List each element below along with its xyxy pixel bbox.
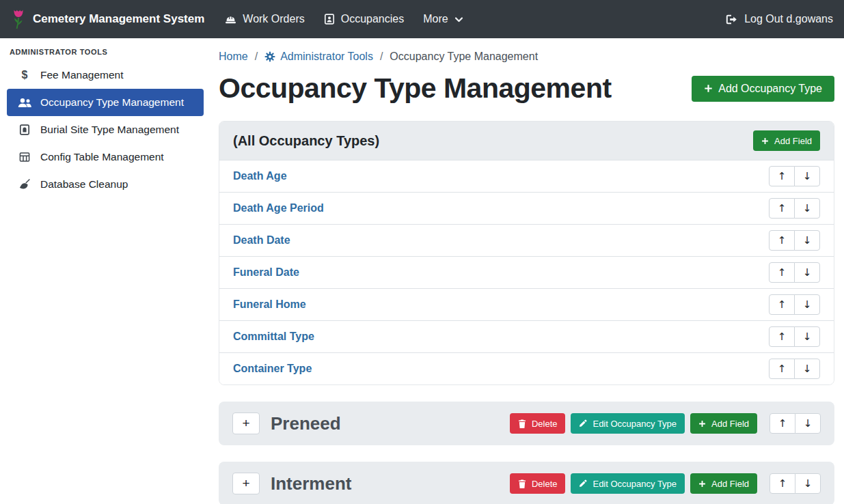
breadcrumb-admin-tools-link[interactable]: Administrator Tools: [264, 51, 373, 63]
section-interment: + Interment Delete: [219, 462, 834, 504]
edit-occupancy-type-label: Edit Occupancy Type: [593, 479, 677, 489]
sidebar-item-label: Fee Management: [40, 69, 124, 81]
breadcrumb-home-link[interactable]: Home: [219, 51, 248, 63]
breadcrumb: Home / Administrator Tools / Occupancy T…: [219, 38, 834, 66]
breadcrumb-current: Occupancy Type Management: [390, 51, 538, 63]
field-link-death-date[interactable]: Death Date: [233, 234, 290, 247]
move-down-button[interactable]: ↓: [794, 262, 820, 283]
pencil-icon: [579, 479, 587, 488]
move-up-button[interactable]: ↑: [770, 473, 795, 494]
plus-icon: [698, 420, 706, 428]
move-up-button[interactable]: ↑: [769, 262, 795, 283]
breadcrumb-separator: /: [380, 51, 383, 63]
page-title: Occupancy Type Management: [219, 72, 612, 104]
move-down-button[interactable]: ↓: [795, 473, 821, 494]
section-actions: Delete Edit Occupancy Type Add: [510, 473, 821, 494]
sidebar-item-occupancy-type-management[interactable]: Occupancy Type Management: [7, 89, 204, 116]
broom-icon: [18, 179, 31, 190]
all-occupancy-types-card: (All Occupancy Types) Add Field Death Ag…: [219, 121, 834, 385]
nav-work-orders[interactable]: Work Orders: [215, 8, 314, 31]
move-down-button[interactable]: ↓: [794, 294, 820, 315]
delete-button[interactable]: Delete: [510, 473, 566, 494]
nav-more-label: More: [423, 13, 448, 25]
move-up-button[interactable]: ↑: [769, 294, 795, 315]
section-title: Interment: [271, 471, 351, 496]
top-navbar: Cemetery Management System Work Orders: [0, 0, 844, 38]
add-field-button[interactable]: Add Field: [753, 130, 820, 151]
plus-icon: [698, 480, 706, 488]
field-link-funeral-date[interactable]: Funeral Date: [233, 266, 299, 279]
move-up-button[interactable]: ↑: [769, 166, 795, 186]
field-link-death-age-period[interactable]: Death Age Period: [233, 202, 324, 214]
app-brand[interactable]: Cemetery Management System: [11, 9, 204, 29]
field-row: Funeral Date ↑ ↓: [219, 256, 834, 288]
field-row: Death Age Period ↑ ↓: [219, 192, 834, 224]
reorder-buttons: ↑ ↓: [769, 230, 820, 251]
pencil-icon: [579, 419, 587, 428]
move-down-button[interactable]: ↓: [794, 230, 820, 251]
move-down-button[interactable]: ↓: [795, 413, 821, 434]
admin-tools-sidebar: ADMINISTRATOR TOOLS $ Fee Management Occ…: [0, 38, 210, 504]
move-up-button[interactable]: ↑: [769, 326, 795, 347]
delete-button[interactable]: Delete: [510, 413, 566, 434]
add-field-label: Add Field: [774, 136, 812, 146]
reorder-buttons: ↑ ↓: [769, 166, 820, 186]
nav-more-dropdown[interactable]: More: [413, 8, 472, 31]
section-actions: Delete Edit Occupancy Type Add: [510, 413, 821, 434]
sidebar-item-label: Config Table Management: [40, 151, 164, 163]
add-field-button[interactable]: Add Field: [690, 473, 757, 494]
reorder-buttons: ↑ ↓: [770, 473, 821, 494]
sidebar-item-label: Database Cleanup: [40, 178, 128, 191]
sidebar-item-burial-site-type-management[interactable]: Burial Site Type Management: [7, 116, 204, 143]
add-field-button[interactable]: Add Field: [690, 413, 757, 434]
table-icon: [18, 152, 31, 163]
add-field-label: Add Field: [711, 479, 749, 489]
add-field-label: Add Field: [711, 419, 749, 429]
app-title: Cemetery Management System: [33, 12, 204, 26]
add-occupancy-type-button[interactable]: Add Occupancy Type: [692, 76, 834, 102]
field-link-death-age[interactable]: Death Age: [233, 170, 287, 182]
sidebar-item-fee-management[interactable]: $ Fee Management: [7, 61, 204, 89]
move-down-button[interactable]: ↓: [794, 359, 820, 379]
main-content: Home / Administrator Tools / Occupancy T…: [219, 38, 834, 504]
section-preneed: + Preneed Delete: [219, 402, 834, 445]
sidebar-item-database-cleanup[interactable]: Database Cleanup: [7, 171, 204, 198]
edit-occupancy-type-label: Edit Occupancy Type: [593, 419, 677, 429]
logout-label: Log Out d.gowans: [744, 13, 833, 25]
field-link-container-type[interactable]: Container Type: [233, 363, 312, 375]
card-header: (All Occupancy Types) Add Field: [219, 122, 834, 160]
edit-occupancy-type-button[interactable]: Edit Occupancy Type: [571, 413, 685, 434]
logout-icon: [726, 14, 738, 25]
move-down-button[interactable]: ↓: [794, 326, 820, 347]
field-link-funeral-home[interactable]: Funeral Home: [233, 298, 306, 311]
page-header: Occupancy Type Management Add Occupancy …: [219, 72, 834, 104]
users-icon: [18, 98, 31, 108]
navbar-menu: Work Orders Occupancies More: [215, 8, 472, 31]
trash-icon: [518, 419, 526, 428]
plus-icon: [761, 137, 769, 145]
field-link-committal-type[interactable]: Committal Type: [233, 331, 314, 343]
card-title: (All Occupancy Types): [233, 133, 379, 149]
occupancy-frame-icon: [324, 14, 335, 25]
nav-occupancies[interactable]: Occupancies: [314, 8, 414, 31]
move-up-button[interactable]: ↑: [770, 413, 795, 434]
move-down-button[interactable]: ↓: [794, 198, 820, 219]
expand-button[interactable]: +: [232, 473, 260, 494]
move-up-button[interactable]: ↑: [769, 230, 795, 251]
nav-work-orders-label: Work Orders: [243, 13, 304, 25]
edit-occupancy-type-button[interactable]: Edit Occupancy Type: [571, 473, 685, 494]
expand-button[interactable]: +: [232, 412, 260, 434]
sidebar-item-config-table-management[interactable]: Config Table Management: [7, 143, 204, 171]
move-down-button[interactable]: ↓: [794, 166, 820, 186]
breadcrumb-separator: /: [255, 51, 258, 63]
plus-icon: [704, 84, 713, 93]
reorder-buttons: ↑ ↓: [769, 359, 820, 379]
trash-icon: [518, 479, 526, 488]
field-row: Committal Type ↑ ↓: [219, 320, 834, 352]
move-up-button[interactable]: ↑: [769, 359, 795, 379]
logout-button[interactable]: Log Out d.gowans: [726, 13, 833, 25]
move-up-button[interactable]: ↑: [769, 198, 795, 219]
chevron-down-icon: [454, 15, 463, 24]
field-row: Container Type ↑ ↓: [219, 352, 834, 384]
sidebar-item-label: Burial Site Type Management: [40, 124, 179, 136]
